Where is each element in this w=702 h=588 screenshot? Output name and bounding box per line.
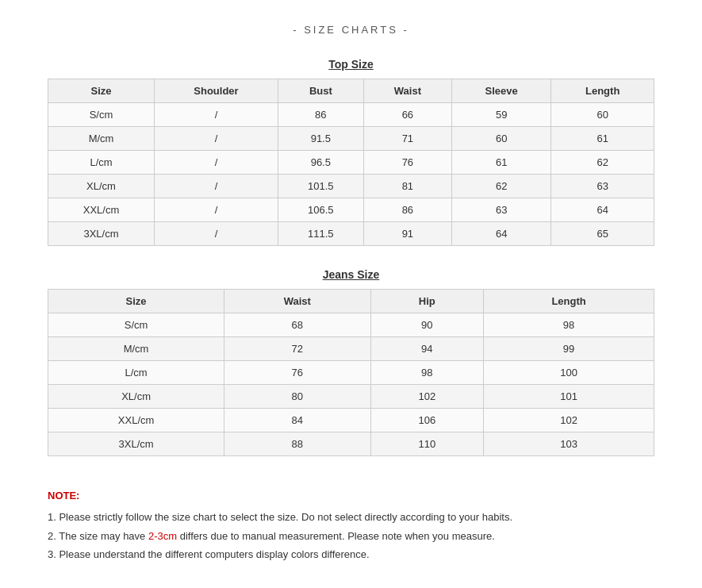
- table-cell: 90: [370, 313, 484, 337]
- table-cell: 81: [363, 175, 451, 198]
- table-row: S/cm689098: [48, 313, 654, 337]
- table-row: L/cm7698100: [48, 361, 654, 385]
- table-cell: 99: [484, 337, 654, 361]
- top-size-header-row: SizeShoulderBustWaistSleeveLength: [48, 79, 654, 103]
- table-cell: 84: [224, 409, 370, 432]
- table-cell: 61: [452, 151, 551, 175]
- table-cell: XXL/cm: [48, 409, 224, 432]
- table-row: M/cm729499: [48, 337, 654, 361]
- top-size-section: Top Size SizeShoulderBustWaistSleeveLeng…: [48, 58, 654, 246]
- table-cell: 101: [484, 385, 654, 409]
- table-cell: 80: [224, 385, 370, 409]
- table-cell: 60: [452, 127, 551, 151]
- table-cell: 94: [370, 337, 484, 361]
- table-cell: 98: [484, 313, 654, 337]
- notes-section: NOTE: 1. Please strictly follow the size…: [48, 478, 654, 572]
- jeans-size-table: SizeWaistHipLength S/cm689098M/cm729499L…: [48, 289, 654, 456]
- table-cell: 103: [484, 432, 654, 456]
- table-cell: 62: [452, 175, 551, 198]
- table-cell: /: [155, 127, 278, 151]
- table-cell: M/cm: [48, 337, 224, 361]
- top-size-header-cell: Bust: [278, 79, 363, 103]
- table-cell: 72: [224, 337, 370, 361]
- table-row: M/cm/91.5716061: [48, 127, 654, 151]
- table-cell: S/cm: [48, 313, 224, 337]
- table-cell: 61: [551, 127, 654, 151]
- table-cell: 76: [363, 151, 451, 175]
- notes-label: NOTE:: [48, 486, 654, 505]
- table-cell: 71: [363, 127, 451, 151]
- table-cell: 91.5: [278, 127, 363, 151]
- table-cell: 68: [224, 313, 370, 337]
- table-cell: 60: [551, 103, 654, 127]
- table-cell: 98: [370, 361, 484, 385]
- table-row: S/cm/86665960: [48, 103, 654, 127]
- note-line-2: 2. The size may have 2-3cm differs due t…: [48, 527, 654, 545]
- table-row: 3XL/cm88110103: [48, 432, 654, 456]
- top-size-table: SizeShoulderBustWaistSleeveLength S/cm/8…: [48, 79, 654, 246]
- top-size-tbody: S/cm/86665960M/cm/91.5716061L/cm/96.5766…: [48, 103, 654, 246]
- table-cell: S/cm: [48, 103, 155, 127]
- top-size-header-cell: Sleeve: [452, 79, 551, 103]
- top-size-header-cell: Size: [48, 79, 155, 103]
- table-cell: 110: [370, 432, 484, 456]
- table-cell: 59: [452, 103, 551, 127]
- table-cell: 62: [551, 151, 654, 175]
- table-row: XL/cm/101.5816263: [48, 175, 654, 198]
- jeans-size-header-cell: Size: [48, 290, 224, 313]
- table-row: 3XL/cm/111.5916465: [48, 222, 654, 246]
- table-cell: /: [155, 198, 278, 222]
- table-cell: /: [155, 222, 278, 246]
- table-cell: 63: [551, 175, 654, 198]
- table-cell: 111.5: [278, 222, 363, 246]
- table-cell: 100: [484, 361, 654, 385]
- top-size-header-cell: Waist: [363, 79, 451, 103]
- table-cell: XL/cm: [48, 385, 224, 409]
- table-row: XXL/cm/106.5866364: [48, 198, 654, 222]
- jeans-size-section: Jeans Size SizeWaistHipLength S/cm689098…: [48, 268, 654, 456]
- table-cell: 88: [224, 432, 370, 456]
- table-cell: 106.5: [278, 198, 363, 222]
- table-cell: 63: [452, 198, 551, 222]
- table-row: L/cm/96.5766162: [48, 151, 654, 175]
- table-cell: 102: [484, 409, 654, 432]
- table-cell: 96.5: [278, 151, 363, 175]
- table-cell: XL/cm: [48, 175, 155, 198]
- table-cell: /: [155, 151, 278, 175]
- table-cell: 101.5: [278, 175, 363, 198]
- table-cell: 76: [224, 361, 370, 385]
- table-cell: 3XL/cm: [48, 222, 155, 246]
- note-line-1: 1. Please strictly follow the size chart…: [48, 508, 654, 526]
- table-cell: 3XL/cm: [48, 432, 224, 456]
- table-cell: 66: [363, 103, 451, 127]
- jeans-size-title: Jeans Size: [48, 268, 654, 281]
- table-cell: M/cm: [48, 127, 155, 151]
- note-line-2-pre: 2. The size may have: [48, 530, 148, 542]
- table-cell: /: [155, 103, 278, 127]
- table-row: XXL/cm84106102: [48, 409, 654, 432]
- table-cell: 91: [363, 222, 451, 246]
- table-cell: L/cm: [48, 151, 155, 175]
- jeans-size-header-cell: Length: [484, 290, 654, 313]
- jeans-size-header-cell: Hip: [370, 290, 484, 313]
- top-size-header-cell: Length: [551, 79, 654, 103]
- top-size-title: Top Size: [48, 58, 654, 71]
- note-line-2-post: differs due to manual measurement. Pleas…: [177, 530, 495, 542]
- table-cell: 102: [370, 385, 484, 409]
- note-highlight: 2-3cm: [148, 530, 177, 542]
- table-cell: 86: [278, 103, 363, 127]
- table-cell: 65: [551, 222, 654, 246]
- table-cell: 106: [370, 409, 484, 432]
- note-line-3: 3. Please understand the different compu…: [48, 545, 654, 563]
- page-title: - SIZE CHARTS -: [48, 24, 654, 36]
- jeans-size-header-cell: Waist: [224, 290, 370, 313]
- table-cell: /: [155, 175, 278, 198]
- table-cell: 86: [363, 198, 451, 222]
- jeans-size-header-row: SizeWaistHipLength: [48, 290, 654, 313]
- table-row: XL/cm80102101: [48, 385, 654, 409]
- table-cell: 64: [551, 198, 654, 222]
- table-cell: 64: [452, 222, 551, 246]
- top-size-header-cell: Shoulder: [155, 79, 278, 103]
- table-cell: L/cm: [48, 361, 224, 385]
- table-cell: XXL/cm: [48, 198, 155, 222]
